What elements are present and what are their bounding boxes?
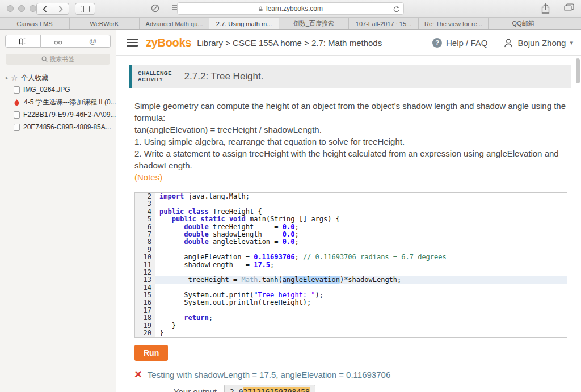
address-bar[interactable]: learn.zybooks.com xyxy=(177,2,404,15)
line-number: 20 xyxy=(135,330,151,337)
bookmark-label: 4-5 学生选课---添加课程 II (0... xyxy=(24,98,116,107)
line-number: 6 xyxy=(135,224,151,231)
help-link[interactable]: ? Help / FAQ xyxy=(432,38,487,48)
url-text: learn.zybooks.com xyxy=(266,5,323,12)
reload-icon[interactable] xyxy=(393,5,400,15)
your-output-value: 2.0371216159798458 xyxy=(224,385,315,392)
bookmark-item[interactable]: 20E74856-C89B-4889-85A... xyxy=(0,121,116,133)
browser-tab[interactable]: Canvas LMS xyxy=(0,18,70,29)
code-line[interactable]: public class TreeHeight { xyxy=(155,208,567,216)
line-number: 12 xyxy=(135,269,151,276)
code-line[interactable] xyxy=(155,246,567,254)
sidebar-toggle-button[interactable] xyxy=(75,3,95,15)
sidebar-mode-switcher: @ xyxy=(5,35,111,48)
your-output-row: Your output 2.0371216159798458 xyxy=(134,385,581,392)
code-line[interactable] xyxy=(155,269,567,276)
activity-content: CHALLENGE ACTIVITY 2.7.2: Tree Height. S… xyxy=(116,56,581,392)
line-number: 3 xyxy=(135,200,151,208)
browser-titlebar: learn.zybooks.com xyxy=(0,0,581,17)
line-number: 5 xyxy=(135,216,151,223)
line-number: 10 xyxy=(135,254,151,261)
breadcrumb[interactable]: Library > CSCE 155A home > 2.7: Math met… xyxy=(197,38,382,48)
browser-tab[interactable]: Re: The view for re... xyxy=(419,18,489,29)
history-nav xyxy=(36,3,69,15)
output-label: Your output xyxy=(134,387,217,392)
code-line[interactable]: double treeHeight = 0.0; xyxy=(155,224,567,231)
shared-links-tab[interactable]: @ xyxy=(75,35,111,48)
search-placeholder: 搜索书签 xyxy=(50,55,75,64)
browser-tab[interactable]: 2.7. Using math m... xyxy=(209,18,279,29)
forward-button[interactable] xyxy=(53,3,69,14)
user-icon xyxy=(503,38,513,48)
code-line[interactable] xyxy=(155,307,567,314)
scrollbar-thumb[interactable] xyxy=(576,58,580,83)
minimize-window-button[interactable] xyxy=(18,5,25,12)
run-button[interactable]: Run xyxy=(134,345,168,361)
browser-tab[interactable]: Advanced Math qu... xyxy=(140,18,209,29)
instructions-text: Simple geometry can compute the height o… xyxy=(134,100,571,171)
favorites-label: 个人收藏 xyxy=(21,73,48,83)
fail-x-icon: × xyxy=(134,369,142,380)
bookmark-item[interactable]: 4-5 学生选课---添加课程 II (0... xyxy=(0,96,116,108)
close-window-button[interactable] xyxy=(7,5,14,12)
activity-badge: CHALLENGE ACTIVITY xyxy=(138,70,172,83)
browser-tab[interactable] xyxy=(558,18,581,29)
notes-link[interactable]: (Notes) xyxy=(134,171,581,183)
code-line[interactable]: System.out.println(treeHeight); xyxy=(155,299,567,306)
reading-list-tab[interactable] xyxy=(41,35,76,48)
instruction-line: Simple geometry can compute the height o… xyxy=(134,100,571,124)
browser-tab[interactable]: 107-Fall-2017 : 15... xyxy=(349,18,419,29)
content-blocker-icon[interactable] xyxy=(151,4,159,12)
window-controls xyxy=(7,5,36,12)
zybooks-page: zyBooks Library > CSCE 155A home > 2.7: … xyxy=(116,30,581,392)
favorites-star-icon: ☆ xyxy=(11,74,18,82)
code-line[interactable]: return; xyxy=(155,314,567,322)
tab-bar: Canvas LMSWeBWorKAdvanced Math qu...2.7.… xyxy=(0,17,581,30)
browser-tab[interactable]: 倒数_百度搜索 xyxy=(279,18,349,29)
menu-icon[interactable] xyxy=(127,37,138,48)
test-message: Testing with shadowLength = 17.5, angleE… xyxy=(148,370,390,380)
browser-tab[interactable]: QQ邮箱 xyxy=(489,18,558,29)
code-line[interactable] xyxy=(155,284,567,292)
code-line[interactable]: } xyxy=(155,322,567,330)
code-line[interactable]: angleElevation = 0.11693706; // 0.116937… xyxy=(155,254,567,261)
bookmark-label: F22BB179-E979-46F2-AA09... xyxy=(23,111,116,119)
bookmark-item[interactable]: IMG_0264.JPG xyxy=(0,83,116,96)
code-line[interactable]: treeHeight = Math.tanh(angleElevation)*s… xyxy=(155,276,567,284)
lock-icon xyxy=(258,6,263,12)
favorites-folder[interactable]: ▸ ☆ 个人收藏 xyxy=(0,72,116,83)
back-button[interactable] xyxy=(37,3,53,14)
code-line[interactable] xyxy=(155,200,567,208)
bookmark-item[interactable]: F22BB179-E979-46F2-AA09... xyxy=(0,108,116,121)
zybooks-logo[interactable]: zyBooks xyxy=(146,36,191,49)
share-icon[interactable] xyxy=(541,3,550,16)
line-number: 11 xyxy=(135,262,151,269)
code-line[interactable]: System.out.print("Tree height: "); xyxy=(155,292,567,299)
document-icon xyxy=(14,124,20,131)
instruction-line: tan(angleElevation) = treeHeight / shado… xyxy=(134,124,571,136)
help-label: Help / FAQ xyxy=(446,38,487,48)
code-line[interactable]: public static void main(String [] args) … xyxy=(155,216,567,223)
line-number: 7 xyxy=(135,231,151,238)
tab-overview-icon[interactable] xyxy=(564,3,574,14)
code-area[interactable]: import java.lang.Math; public class Tree… xyxy=(155,193,567,337)
line-number: 8 xyxy=(135,238,151,246)
challenge-activity-header: CHALLENGE ACTIVITY 2.7.2: Tree Height. xyxy=(129,65,571,88)
instruction-line: 2. Write a statement to assign treeHeigh… xyxy=(134,147,571,171)
code-line[interactable]: } xyxy=(155,330,567,337)
line-number: 4 xyxy=(135,208,151,216)
bookmarks-tab[interactable] xyxy=(5,35,41,48)
code-line[interactable]: import java.lang.Math; xyxy=(155,193,567,200)
code-line[interactable]: double shadowLength = 0.0; xyxy=(155,231,567,238)
bookmark-search-input[interactable]: 搜索书签 xyxy=(6,54,110,65)
code-editor[interactable]: 234567891011121314151617181920 import ja… xyxy=(134,192,567,338)
line-number: 18 xyxy=(135,314,151,322)
code-line[interactable]: shadowLength = 17.5; xyxy=(155,262,567,269)
zoom-window-button[interactable] xyxy=(30,5,36,12)
help-icon: ? xyxy=(432,38,442,48)
user-name: Bojun Zhong xyxy=(517,38,566,48)
user-menu[interactable]: Bojun Zhong ▾ xyxy=(503,38,573,48)
disclosure-triangle-icon[interactable]: ▸ xyxy=(6,75,9,81)
browser-tab[interactable]: WeBWorK xyxy=(70,18,140,29)
code-line[interactable]: double angleElevation = 0.0; xyxy=(155,238,567,246)
